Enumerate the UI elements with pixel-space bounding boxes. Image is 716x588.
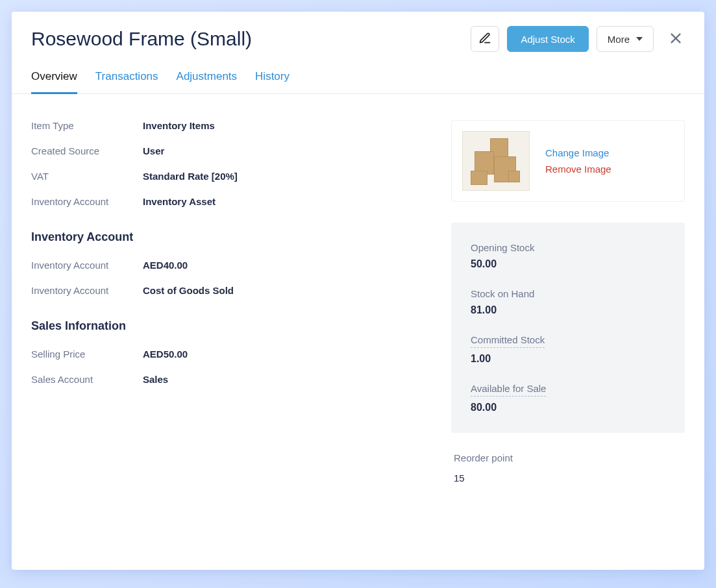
tab-adjustments[interactable]: Adjustments xyxy=(177,70,238,94)
tab-overview[interactable]: Overview xyxy=(31,70,77,94)
right-column: Change Image Remove Image Opening Stock … xyxy=(451,120,685,484)
stock-on-hand-label: Stock on Hand xyxy=(471,288,534,299)
item-type-value: Inventory Items xyxy=(143,120,215,131)
sales-account-label: Sales Account xyxy=(31,374,143,385)
content-area: Item Type Inventory Items Created Source… xyxy=(12,94,704,516)
committed-stock-label: Committed Stock xyxy=(471,334,545,348)
created-source-label: Created Source xyxy=(31,145,143,156)
pencil-icon xyxy=(478,32,491,47)
item-detail-panel: Rosewood Frame (Small) Adjust Stock More xyxy=(12,12,704,570)
available-stock-value: 80.00 xyxy=(471,402,665,413)
vat-value: Standard Rate [20%] xyxy=(143,171,238,182)
opening-stock-value: 50.00 xyxy=(471,258,665,270)
tab-transactions[interactable]: Transactions xyxy=(95,70,158,94)
reorder-point-value: 15 xyxy=(454,472,682,484)
row-inventory-account: Inventory Account Inventory Asset xyxy=(31,196,425,207)
stock-on-hand-value: 81.00 xyxy=(471,304,665,316)
inventory-cogs-label: Inventory Account xyxy=(31,285,143,296)
stock-card: Opening Stock 50.00 Stock on Hand 81.00 … xyxy=(451,223,685,433)
image-actions: Change Image Remove Image xyxy=(545,142,611,180)
more-label: More xyxy=(608,34,630,45)
remove-image-link[interactable]: Remove Image xyxy=(545,164,611,175)
left-column: Item Type Inventory Items Created Source… xyxy=(31,120,425,484)
opening-stock-label: Opening Stock xyxy=(471,242,534,253)
reorder-block: Reorder point 15 xyxy=(451,452,685,484)
row-inventory-price: Inventory Account AED40.00 xyxy=(31,260,425,271)
available-stock-label: Available for Sale xyxy=(471,383,546,397)
row-vat: VAT Standard Rate [20%] xyxy=(31,171,425,182)
selling-price-label: Selling Price xyxy=(31,349,143,360)
created-source-value: User xyxy=(143,145,164,156)
chevron-down-icon xyxy=(636,37,643,41)
header-bar: Rosewood Frame (Small) Adjust Stock More xyxy=(12,12,704,58)
sales-section-title: Sales Infornation xyxy=(31,319,425,333)
committed-stock-value: 1.00 xyxy=(471,353,665,365)
inventory-account-label: Inventory Account xyxy=(31,196,143,207)
more-button[interactable]: More xyxy=(597,26,654,52)
header-actions: Adjust Stock More xyxy=(471,26,685,52)
inventory-price-value: AED40.00 xyxy=(143,260,188,271)
close-icon xyxy=(669,31,683,47)
row-created-source: Created Source User xyxy=(31,145,425,156)
row-sales-account: Sales Account Sales xyxy=(31,374,425,385)
row-selling-price: Selling Price AED50.00 xyxy=(31,349,425,360)
committed-stock-row: Committed Stock 1.00 xyxy=(471,334,665,365)
edit-button[interactable] xyxy=(471,26,499,52)
inventory-cogs-value: Cost of Goods Sold xyxy=(143,285,234,296)
page-title: Rosewood Frame (Small) xyxy=(31,28,471,50)
tab-history[interactable]: History xyxy=(255,70,290,94)
vat-label: VAT xyxy=(31,171,143,182)
inventory-account-value: Inventory Asset xyxy=(143,196,216,207)
opening-stock-row: Opening Stock 50.00 xyxy=(471,242,665,270)
inventory-section-title: Inventory Account xyxy=(31,230,425,244)
image-card: Change Image Remove Image xyxy=(451,120,685,202)
sales-account-value: Sales xyxy=(143,374,168,385)
selling-price-value: AED50.00 xyxy=(143,349,188,360)
adjust-stock-button[interactable]: Adjust Stock xyxy=(507,26,588,52)
close-button[interactable] xyxy=(667,30,685,48)
row-item-type: Item Type Inventory Items xyxy=(31,120,425,131)
item-image-thumbnail xyxy=(462,131,530,191)
item-type-label: Item Type xyxy=(31,120,143,131)
row-inventory-cogs: Inventory Account Cost of Goods Sold xyxy=(31,285,425,296)
tab-bar: Overview Transactions Adjustments Histor… xyxy=(12,58,704,94)
adjust-stock-label: Adjust Stock xyxy=(521,34,574,45)
available-stock-row: Available for Sale 80.00 xyxy=(471,383,665,413)
change-image-link[interactable]: Change Image xyxy=(545,147,611,158)
inventory-price-label: Inventory Account xyxy=(31,260,143,271)
stock-on-hand-row: Stock on Hand 81.00 xyxy=(471,288,665,316)
reorder-point-label: Reorder point xyxy=(454,452,682,463)
